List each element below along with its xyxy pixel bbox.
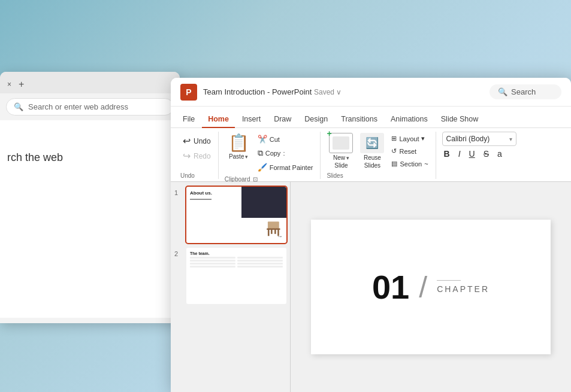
copy-button[interactable]: ⧉ Copy : [255,147,316,160]
chapter-text: Chapter [437,284,490,294]
layout-label: Layout [399,135,419,142]
font-more-button[interactable]: a [496,148,504,159]
paste-button[interactable]: 📋 Paste ▾ [225,132,253,161]
section-icon: ▤ [391,160,397,168]
undo-group-label: Undo [180,170,195,179]
ppt-search-box[interactable]: 🔍 Search [490,84,561,99]
cut-label: Cut [270,136,280,143]
new-slide-plus-icon: + [327,129,331,138]
section-arrow[interactable]: ~ [424,160,428,168]
undo-label: Undo [194,137,211,145]
browser-search-display: rch the web [7,151,173,164]
svg-rect-0 [268,221,279,229]
slide-panel: 1 About us. ▬▬▬▬▬▬ [171,182,291,392]
svg-rect-2 [268,230,270,236]
svg-rect-1 [267,228,280,230]
reuse-slides-button[interactable]: 🔄 Reuse Slides [358,132,386,170]
address-text: Search or enter web address [28,102,128,111]
underline-button[interactable]: U [467,148,477,159]
slide2-col1 [190,257,235,269]
ppt-titlebar: P Team Introduction - PowerPoint Saved ∨… [171,78,571,107]
slide2-line4 [190,266,235,268]
slide-number-1: 1 [174,187,183,196]
slide2-line7 [237,263,283,265]
paste-icon: 📋 [228,133,249,153]
format-painter-button[interactable]: 🖌️ Format Painter [255,161,316,174]
font-dropdown-icon[interactable]: ▾ [509,136,512,142]
reset-button[interactable]: ↺ Reset [389,145,430,157]
format-painter-icon: 🖌️ [258,163,267,172]
tab-slideshow[interactable]: Slide Show [435,111,485,128]
strikethrough-button[interactable]: S [482,148,491,159]
slide-preview-1[interactable]: About us. ▬▬▬▬▬▬ → [186,187,286,243]
font-name-display: Calibri (Body) [446,135,490,143]
tab-file[interactable]: File [177,111,201,128]
slides-group: + New ▾ Slide 🔄 Reuse Slides [322,132,436,179]
ppt-logo: P [180,84,197,101]
new-slide-arrow[interactable]: ▾ [346,155,349,161]
tab-animations[interactable]: Animations [385,111,434,128]
undo-button[interactable]: ↩ Undo [180,134,213,148]
font-selector[interactable]: Calibri (Body) ▾ [442,132,516,146]
ribbon-content: ↩ Undo ↪ Redo Undo 📋 Paste ▾ [171,128,571,182]
reuse-label: Reuse [364,154,381,161]
bold-button[interactable]: B [442,148,452,159]
slide-number-2: 2 [174,248,183,257]
powerpoint-window: P Team Introduction - PowerPoint Saved ∨… [171,78,571,392]
layout-button[interactable]: ⊞ Layout ▾ [389,133,430,144]
slide2-cols [190,257,283,269]
copy-arrow[interactable]: : [283,150,285,157]
cut-button[interactable]: ✂️ Cut [255,133,316,145]
paste-label: Paste [229,153,244,160]
slides-group-label: Slides [327,170,430,179]
reuse-icon: 🔄 [360,133,384,153]
slide2-line5 [237,257,283,259]
reset-icon: ↺ [391,147,397,155]
ppt-saved-label: Saved ∨ [314,88,342,96]
browser-tabs: × + [0,72,180,93]
chapter-area: 01 / Chapter [372,271,490,304]
layout-arrow[interactable]: ▾ [421,135,425,142]
layout-icon: ⊞ [391,135,397,142]
redo-label: Redo [194,152,211,160]
tab-insert[interactable]: Insert [236,111,267,128]
copy-icon: ⧉ [258,148,263,158]
chapter-slash: / [419,272,427,302]
new-slide-label: New [333,154,345,161]
browser-tab-close[interactable]: × [5,79,14,90]
layout-section-group: ⊞ Layout ▾ ↺ Reset ▤ Section ~ [389,132,430,169]
slide2-team-text: The team. [190,251,283,256]
ppt-title: Team Introduction - PowerPoint Saved ∨ [203,87,490,96]
section-button[interactable]: ▤ Section ~ [389,158,430,169]
slide2-col2 [237,257,283,269]
tab-home[interactable]: Home [202,111,235,128]
reset-label: Reset [399,148,416,155]
main-slide[interactable]: 01 / Chapter [311,220,551,354]
tab-transitions[interactable]: Transitions [335,111,383,128]
italic-button[interactable]: I [457,148,463,159]
cut-icon: ✂️ [258,135,267,144]
chapter-right: Chapter [437,280,490,294]
chapter-number: 01 [372,271,409,304]
font-group: Calibri (Body) ▾ B I U S a [437,132,521,179]
undo-icon: ↩ [183,135,191,147]
tab-design[interactable]: Design [298,111,334,128]
slide2-line6 [237,260,283,262]
slide-preview-2[interactable]: The team. [186,248,286,304]
slide-view: 01 / Chapter [291,182,571,392]
chapter-decorative-line [437,280,461,281]
svg-rect-5 [274,230,276,234]
browser-addressbar[interactable]: 🔍 Search or enter web address [6,98,174,116]
redo-button[interactable]: ↪ Redo [180,149,213,163]
ppt-title-text: Team Introduction - PowerPoint [203,87,312,96]
ppt-main: 1 About us. ▬▬▬▬▬▬ [171,182,571,392]
undo-group: ↩ Undo ↪ Redo Undo [176,132,219,179]
svg-rect-4 [271,230,273,234]
paste-dropdown-icon[interactable]: ▾ [245,154,248,160]
browser-tab-add[interactable]: + [16,78,26,91]
slide-2-content: The team. [186,248,286,304]
ribbon-tabs: File Home Insert Draw Design Transitions… [171,107,571,128]
slide2-line8 [237,266,283,268]
new-slide-button[interactable]: + New ▾ Slide [327,132,355,170]
tab-draw[interactable]: Draw [268,111,297,128]
